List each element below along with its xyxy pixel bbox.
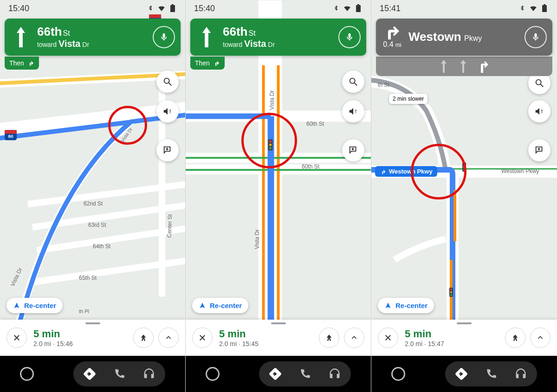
status-bar: 15:40 xyxy=(0,0,185,17)
svg-point-57 xyxy=(463,166,465,168)
screenshot-panel-2: 15:40 60th St 60th St Vista Dr Vista Dr xyxy=(186,0,371,392)
home-button[interactable] xyxy=(206,367,220,381)
system-nav-bar xyxy=(371,356,557,392)
maneuver-straight-icon xyxy=(196,27,217,47)
home-button[interactable] xyxy=(20,367,34,381)
then-chip[interactable]: Then xyxy=(190,57,225,70)
report-button[interactable] xyxy=(528,139,551,161)
svg-point-60 xyxy=(450,289,452,290)
system-nav-bar xyxy=(0,356,185,392)
sound-button[interactable]: ! xyxy=(528,100,551,122)
search-button[interactable] xyxy=(156,71,179,93)
routes-button[interactable] xyxy=(505,328,525,348)
navigate-icon xyxy=(13,302,20,309)
drag-handle-icon[interactable] xyxy=(85,322,100,324)
status-bar: 15:41 xyxy=(371,0,557,17)
bluetooth-icon xyxy=(518,4,526,13)
navigate-icon xyxy=(199,302,206,309)
expand-button[interactable] xyxy=(530,328,551,348)
recenter-button[interactable]: Re-center xyxy=(378,298,434,313)
street-label: 63rd St xyxy=(88,222,106,228)
voice-search-button[interactable] xyxy=(525,26,547,48)
street-label: Vista Dr xyxy=(269,90,275,110)
street-label: th St xyxy=(378,82,389,88)
wifi-icon xyxy=(529,4,538,13)
sound-button[interactable]: ! xyxy=(156,100,179,122)
expand-button[interactable] xyxy=(344,328,364,348)
routes-button[interactable] xyxy=(319,328,339,348)
svg-rect-0 xyxy=(170,5,175,12)
recenter-button[interactable]: Re-center xyxy=(6,298,63,313)
svg-text:80: 80 xyxy=(8,134,13,139)
street-label: Westown Pkwy xyxy=(501,168,539,174)
expand-button[interactable] xyxy=(158,328,179,348)
svg-point-63 xyxy=(536,80,541,85)
turn-right-icon xyxy=(27,59,34,67)
svg-rect-47 xyxy=(544,4,545,5)
svg-point-39 xyxy=(269,147,272,149)
report-button[interactable] xyxy=(342,139,364,161)
voice-search-button[interactable] xyxy=(153,26,175,48)
close-button[interactable] xyxy=(6,328,27,348)
direction-card[interactable]: 66thSt toward Vista Dr xyxy=(5,19,181,56)
svg-point-38 xyxy=(269,144,272,146)
svg-point-61 xyxy=(450,291,452,293)
lane-right-icon xyxy=(478,60,489,73)
svg-point-17 xyxy=(164,78,169,84)
direction-card[interactable]: 0.4 mi Westown Pkwy xyxy=(376,19,552,56)
svg-rect-1 xyxy=(172,4,174,5)
report-button[interactable] xyxy=(156,139,179,161)
eta-time: 5 min xyxy=(33,328,129,340)
street-label: 60th St xyxy=(302,163,319,170)
svg-line-18 xyxy=(169,83,172,86)
clock: 15:40 xyxy=(194,4,215,13)
voice-search-button[interactable] xyxy=(338,26,361,48)
street-label: 65th St xyxy=(79,275,97,281)
svg-point-62 xyxy=(450,294,452,296)
eta-bar[interactable]: 5 min 2.0 mi · 15:46 xyxy=(0,320,185,356)
battery-icon xyxy=(354,4,363,13)
turn-right-icon xyxy=(380,168,386,175)
recenter-button[interactable]: Re-center xyxy=(192,298,248,313)
wifi-icon xyxy=(343,4,351,13)
eta-bar[interactable]: 5 min 2.0 mi · 15:45 xyxy=(186,320,371,356)
wifi-icon xyxy=(157,4,166,13)
street-label: 62nd St xyxy=(84,200,103,207)
battery-icon xyxy=(168,4,177,13)
drag-handle-icon[interactable] xyxy=(457,322,472,324)
then-chip[interactable]: Then xyxy=(5,57,39,70)
direction-street: 66th xyxy=(37,25,62,39)
nav-directions-icon[interactable] xyxy=(82,366,97,382)
turn-right-icon xyxy=(213,59,220,67)
nav-directions-icon[interactable] xyxy=(453,366,469,382)
close-button[interactable] xyxy=(192,328,213,348)
system-nav-bar xyxy=(186,356,371,392)
routes-button[interactable] xyxy=(133,328,154,348)
svg-line-41 xyxy=(355,83,357,86)
screenshot-panel-3: 15:41 th St Westown Pkwy 2 min slower xyxy=(371,0,557,392)
alt-route-bubble[interactable]: 2 min slower xyxy=(389,94,427,104)
svg-rect-46 xyxy=(542,5,547,12)
nav-phone-icon[interactable] xyxy=(297,366,313,382)
route-pill[interactable]: Westown Pkwy xyxy=(375,166,437,177)
svg-point-58 xyxy=(463,169,465,171)
svg-line-64 xyxy=(541,84,544,87)
home-button[interactable] xyxy=(391,367,405,381)
maneuver-straight-icon xyxy=(10,27,32,47)
svg-point-37 xyxy=(269,141,272,143)
close-button[interactable] xyxy=(378,328,398,348)
svg-text:!: ! xyxy=(169,109,171,114)
nav-phone-icon[interactable] xyxy=(483,366,499,382)
navigate-icon xyxy=(384,302,392,309)
nav-phone-icon[interactable] xyxy=(111,366,127,382)
nav-headphones-icon[interactable] xyxy=(327,366,343,382)
street-label: 64th St xyxy=(93,243,110,250)
nav-headphones-icon[interactable] xyxy=(513,366,529,382)
nav-headphones-icon[interactable] xyxy=(141,366,157,382)
drag-handle-icon[interactable] xyxy=(271,322,286,324)
eta-bar[interactable]: 5 min 2.0 mi · 15:47 xyxy=(371,320,557,356)
search-button[interactable] xyxy=(342,71,364,93)
sound-button[interactable]: ! xyxy=(342,100,364,122)
nav-directions-icon[interactable] xyxy=(267,366,283,382)
direction-card[interactable]: 66thSt toward Vista Dr xyxy=(190,19,366,56)
